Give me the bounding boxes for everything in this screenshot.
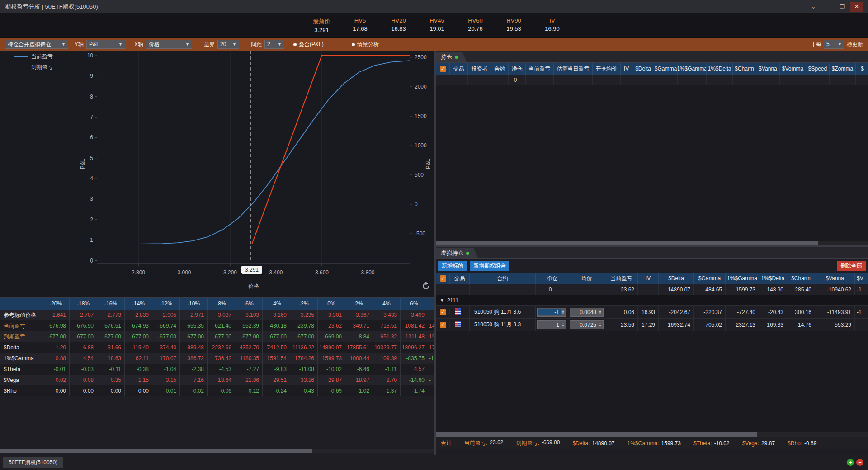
x-axis-select[interactable]: 价格▼ (146, 40, 192, 49)
virtual-col-header[interactable]: $Charm (787, 273, 815, 284)
totals-item: 合计 (441, 439, 452, 447)
boundary-select[interactable]: 20▼ (217, 40, 239, 49)
virtual-col-header[interactable]: 交易 (450, 273, 470, 284)
scenario-cell: 0.00 (42, 385, 70, 396)
checkbox-checked-icon[interactable]: ✓ (440, 309, 446, 315)
add-circle-icon[interactable]: + (847, 459, 854, 466)
strategy-icon (455, 320, 461, 329)
checkbox-checked-icon[interactable]: ✓ (440, 275, 446, 282)
scrollbar-thumb[interactable] (436, 432, 757, 437)
step-select[interactable]: 2▼ (264, 40, 284, 49)
avg-price-stepper[interactable]: 0.0725▲▼ (570, 320, 604, 329)
tab-virtual-positions[interactable]: 虚拟持仓 (436, 248, 478, 258)
svg-text:3.400: 3.400 (269, 269, 283, 276)
positions-col-header[interactable]: 交易 (450, 63, 468, 75)
add-underlying-button[interactable]: 新增标的 (438, 261, 467, 271)
add-option-combo-button[interactable]: 新增期权组合 (470, 261, 509, 271)
virtual-horizontal-scrollbar[interactable] (436, 432, 868, 437)
stepper-value: -1 (538, 309, 561, 315)
virtual-col-header[interactable]: 均价 (568, 273, 605, 284)
positions-col-header[interactable]: $Charm (733, 63, 756, 75)
stats-bar: 最新价3.291HV517.68HV2016.83HV4519.01HV6020… (0, 13, 868, 38)
delete-all-button[interactable]: 删除全部 (837, 261, 866, 271)
positions-horizontal-scrollbar[interactable] (436, 241, 868, 245)
net-position-stepper[interactable]: -1▲▼ (537, 308, 566, 317)
virtual-col-header[interactable]: 1%$Gamma (726, 273, 759, 284)
positions-col-header[interactable]: 1%$Delta (707, 63, 733, 75)
net-position-stepper[interactable]: 1▲▼ (537, 320, 566, 329)
virtual-summary-cell (470, 284, 536, 295)
positions-col-header[interactable]: $Speed (806, 63, 830, 75)
scenario-cell: 1.15 (125, 375, 152, 385)
totals-item: 到期盈亏:-669.00 (516, 439, 560, 447)
stepper-down-icon[interactable]: ▼ (599, 312, 602, 315)
virtual-col-header[interactable]: 1%$Delta (759, 273, 787, 284)
status-tab-50etf[interactable]: 50ETF期权(510050) (3, 457, 63, 468)
window-title: 期权盈亏分析 | 50ETF期权(510050) (5, 3, 98, 11)
positions-summary-cell (654, 75, 678, 85)
virtual-col-header[interactable]: 当前盈亏 (605, 273, 638, 284)
positions-col-header[interactable]: $Vomma (780, 63, 806, 75)
stepper-down-icon[interactable]: ▼ (599, 325, 602, 327)
positions-col-header[interactable]: 净仓 (509, 63, 526, 75)
y-axis-select[interactable]: P&L▼ (86, 40, 125, 49)
stepper-arrows[interactable]: ▲▼ (561, 310, 566, 315)
auto-refresh-checkbox[interactable] (808, 42, 814, 47)
position-mode-select[interactable]: 持仓合并虚拟持仓▼ (5, 40, 68, 49)
positions-col-header[interactable]: $ (856, 63, 868, 75)
positions-col-header[interactable]: $Vanna (756, 63, 780, 75)
virtual-group-row[interactable]: ▼ 2111 (436, 295, 868, 306)
left-horizontal-scrollbar[interactable] (0, 449, 434, 453)
refresh-interval-select[interactable]: 5▼ (824, 40, 844, 49)
virtual-col-header[interactable]: IV (638, 273, 659, 284)
scrollbar-thumb[interactable] (0, 449, 312, 453)
refresh-chart-icon[interactable] (421, 282, 430, 292)
positions-col-header[interactable]: $Delta (632, 63, 654, 75)
positions-col-header[interactable]: 估算当日盈亏 (554, 63, 593, 75)
positions-col-header[interactable]: 合约 (491, 63, 509, 75)
remove-circle-icon[interactable]: − (856, 459, 863, 466)
restore-icon[interactable]: ❐ (836, 2, 849, 12)
positions-col-header[interactable]: 1%$Gamma (678, 63, 707, 75)
checkbox-checked-icon[interactable]: ✓ (440, 322, 446, 328)
positions-col-header[interactable]: 投资者 (468, 63, 491, 75)
virtual-summary-cell: 285.40 (787, 284, 815, 295)
pin-icon[interactable]: ⌄ (807, 2, 820, 12)
scenario-table[interactable]: -20%-18%-16%-14%-12%-10%-8%-6%-4%-2%0%2%… (0, 297, 434, 396)
close-icon[interactable]: ✕ (850, 2, 863, 12)
scenario-cell: 2.905 (152, 310, 180, 320)
svg-text:1000: 1000 (415, 142, 427, 149)
positions-col-header[interactable]: $Zomma (830, 63, 856, 75)
avg-price-stepper[interactable]: 0.0048▲▼ (570, 308, 604, 317)
stepper-down-icon[interactable]: ▼ (562, 325, 565, 327)
scenario-radio[interactable]: 情景分析 (352, 41, 379, 48)
minimize-icon[interactable]: — (821, 2, 834, 12)
stepper-arrows[interactable]: ▲▼ (598, 323, 603, 327)
positions-col-header[interactable]: 开仓均价 (593, 63, 621, 75)
positions-col-header[interactable]: 当前盈亏 (526, 63, 554, 75)
stepper-value: 0.0048 (570, 309, 598, 315)
scenario-cell: 1081.42 (401, 320, 428, 331)
stepper-down-icon[interactable]: ▼ (562, 312, 565, 315)
virtual-position-row[interactable]: ✓510050 购 11月 3.6-1▲▼0.0048▲▼0.0616.93-2… (436, 306, 868, 319)
virtual-col-header[interactable]: $Vanna (815, 273, 855, 284)
overlay-radio[interactable]: 叠合(P&L) (293, 41, 324, 48)
virtual-col-header[interactable]: 净仓 (536, 273, 568, 284)
collapse-triangle-icon: ▼ (440, 298, 444, 303)
virtual-position-row[interactable]: ✓510050 购 11月 3.31▲▼0.0725▲▼23.5617.2916… (436, 319, 868, 331)
scenario-cell: 349.71 (345, 320, 373, 331)
scenario-cell: 4.54 (70, 353, 97, 364)
stepper-arrows[interactable]: ▲▼ (561, 323, 566, 327)
scrollbar-thumb[interactable] (436, 241, 818, 245)
tab-positions[interactable]: 持仓 (436, 52, 467, 62)
virtual-col-header[interactable]: 合约 (470, 273, 536, 284)
virtual-col-header[interactable]: $V (855, 273, 868, 284)
positions-col-header[interactable]: $Gamma (654, 63, 678, 75)
pnl-chart[interactable]: 2.8003.0003.2003.4003.6003.8001098765432… (0, 51, 434, 297)
virtual-col-header[interactable]: $Gamma (694, 273, 726, 284)
svg-text:6: 6 (90, 134, 93, 141)
stepper-arrows[interactable]: ▲▼ (598, 310, 603, 315)
checkbox-checked-icon[interactable]: ✓ (440, 66, 446, 72)
positions-col-header[interactable]: IV (621, 63, 632, 75)
virtual-col-header[interactable]: $Delta (659, 273, 694, 284)
